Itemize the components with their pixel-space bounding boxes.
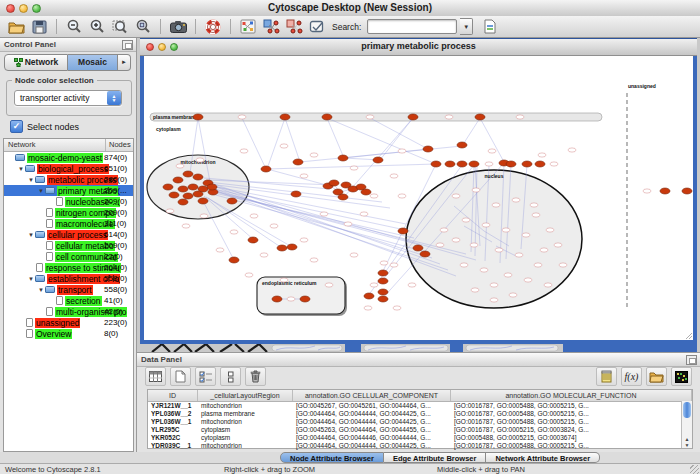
- graph-node[interactable]: [378, 289, 388, 295]
- column-header[interactable]: _cellularLayoutRegion: [198, 390, 293, 401]
- tab-mosaic[interactable]: Mosaic: [68, 54, 118, 71]
- graph-node[interactable]: [193, 191, 203, 197]
- tree-row[interactable]: multi-organism pro42(0): [4, 306, 133, 317]
- graph-node[interactable]: [183, 193, 193, 199]
- graph-node[interactable]: [398, 228, 408, 234]
- scrollbar-thumb[interactable]: [683, 402, 691, 418]
- graph-node[interactable]: [178, 199, 188, 205]
- window-resize-grip[interactable]: [690, 465, 699, 474]
- table-row[interactable]: YPL036W__2plasma membrane[GO:0044464, GO…: [148, 410, 692, 418]
- table-row[interactable]: YKR052Ccytoplasm[GO:0044464, GO:0044446,…: [148, 434, 692, 442]
- create-attribute-icon[interactable]: [170, 367, 191, 386]
- column-header[interactable]: annotation.GO CELLULAR_COMPONENT: [293, 390, 451, 401]
- annotations-icon[interactable]: [307, 18, 327, 36]
- graph-node[interactable]: [293, 159, 303, 165]
- graph-node[interactable]: [506, 161, 516, 167]
- tree-column-nodes[interactable]: Nodes: [106, 139, 133, 151]
- graph-node[interactable]: [183, 171, 193, 177]
- expand-triangle-icon[interactable]: ▼: [37, 188, 45, 194]
- graph-node[interactable]: [163, 184, 173, 190]
- zoom-out-icon[interactable]: [64, 18, 84, 36]
- tab-scroll-right-button[interactable]: ►: [118, 54, 131, 71]
- graph-node[interactable]: [227, 198, 237, 204]
- open-folder-icon[interactable]: [646, 367, 667, 386]
- graph-node[interactable]: [188, 184, 198, 190]
- graph-node[interactable]: [277, 245, 287, 251]
- delete-attribute-icon[interactable]: [245, 367, 266, 386]
- table-vertical-scrollbar[interactable]: ▲▼: [681, 401, 692, 448]
- attribute-pair-icon[interactable]: [220, 367, 241, 386]
- tree-row[interactable]: ▼transport558(0): [4, 284, 133, 295]
- network-window-titlebar[interactable]: primary metabolic process: [140, 39, 697, 56]
- network-canvas[interactable]: plasma membrane cytoplasm mitochondrion …: [144, 56, 693, 340]
- tab-network[interactable]: Network: [4, 54, 68, 71]
- tree-row[interactable]: cellular metabo209(0): [4, 240, 133, 251]
- tree-row[interactable]: secretion41(0): [4, 295, 133, 306]
- network-overview-icon[interactable]: [238, 18, 258, 36]
- graph-node[interactable]: [272, 296, 282, 302]
- expand-triangle-icon[interactable]: ▼: [37, 287, 45, 293]
- tree-row[interactable]: nucleobase-...209(0): [4, 196, 133, 207]
- graph-node[interactable]: [682, 188, 692, 194]
- graph-node[interactable]: [457, 161, 467, 167]
- column-header[interactable]: annotation.GO MOLECULAR_FUNCTION: [451, 390, 692, 401]
- graph-node[interactable]: [378, 270, 388, 276]
- attribute-checklist-icon[interactable]: [195, 367, 216, 386]
- table-row[interactable]: YJR121W__1mitochondrion[GO:0045267, GO:0…: [148, 402, 692, 410]
- graph-node[interactable]: [193, 174, 203, 180]
- graph-node[interactable]: [193, 114, 203, 120]
- graph-node[interactable]: [338, 194, 348, 200]
- graph-node[interactable]: [178, 186, 188, 192]
- graph-node[interactable]: [420, 251, 430, 257]
- zoom-selected-icon[interactable]: [133, 18, 153, 36]
- graph-node[interactable]: [173, 177, 183, 183]
- import-attributes-icon[interactable]: [480, 18, 500, 36]
- expand-triangle-icon[interactable]: ▼: [17, 166, 25, 172]
- tree-row[interactable]: ▼biological_process651(0): [4, 163, 133, 174]
- tree-row[interactable]: macromolecule311(0): [4, 218, 133, 229]
- tree-row[interactable]: ▼establishment of lo558(0): [4, 273, 133, 284]
- zoom-fit-icon[interactable]: [110, 18, 130, 36]
- graph-node[interactable]: [198, 198, 208, 204]
- graph-node[interactable]: [469, 161, 479, 167]
- tree-row[interactable]: ▼cellular process614(0): [4, 229, 133, 240]
- table-row[interactable]: YPL036W__1mitochondrion[GO:0044464, GO:0…: [148, 418, 692, 426]
- formula-icon[interactable]: f(x): [621, 367, 642, 386]
- graph-node[interactable]: [280, 114, 290, 120]
- graph-node[interactable]: [373, 157, 383, 163]
- graph-node[interactable]: [445, 161, 455, 167]
- tree-row[interactable]: response to stimulu264(0): [4, 262, 133, 273]
- graph-node[interactable]: [300, 296, 310, 302]
- graph-node[interactable]: [522, 161, 532, 167]
- graph-node[interactable]: [169, 192, 179, 198]
- node-color-dropdown[interactable]: transporter activity ▲▼: [14, 90, 122, 106]
- graph-node[interactable]: [457, 142, 467, 148]
- graph-node[interactable]: [261, 166, 271, 172]
- zoom-in-icon[interactable]: [87, 18, 107, 36]
- tab-edge-attribute-browser[interactable]: Edge Attribute Browser: [384, 452, 486, 463]
- graph-node[interactable]: [364, 293, 374, 299]
- tree-row[interactable]: nitrogen compo209(0): [4, 207, 133, 218]
- float-panel-icon[interactable]: [686, 355, 697, 365]
- graph-node[interactable]: [378, 296, 388, 302]
- expand-triangle-icon[interactable]: ▼: [27, 177, 35, 183]
- tree-row[interactable]: mosaic-demo-yeast874(0): [4, 152, 133, 163]
- graph-node[interactable]: [431, 161, 441, 167]
- graph-node[interactable]: [322, 114, 332, 120]
- graph-node[interactable]: [207, 184, 217, 190]
- table-row[interactable]: YDR039C__1mitochondrion[GO:0044464, GO:0…: [148, 442, 692, 450]
- table-row[interactable]: YLR295Ccytoplasm[GO:0045263, GO:0044464,…: [148, 426, 692, 434]
- graph-node[interactable]: [287, 244, 297, 250]
- graph-node[interactable]: [229, 257, 239, 263]
- graph-node[interactable]: [338, 155, 348, 161]
- graph-node[interactable]: [291, 191, 301, 197]
- open-folder-icon[interactable]: [6, 18, 26, 36]
- select-nodes-checkbox[interactable]: ✓: [10, 120, 23, 133]
- help-lifering-icon[interactable]: [203, 18, 223, 36]
- network-from-selection-nodes-icon[interactable]: [284, 18, 304, 36]
- graph-node[interactable]: [329, 180, 339, 186]
- search-input[interactable]: [367, 19, 457, 34]
- select-attributes-icon[interactable]: [145, 367, 166, 386]
- expand-triangle-icon[interactable]: ▼: [27, 232, 35, 238]
- tree-row[interactable]: unassigned223(0): [4, 317, 133, 328]
